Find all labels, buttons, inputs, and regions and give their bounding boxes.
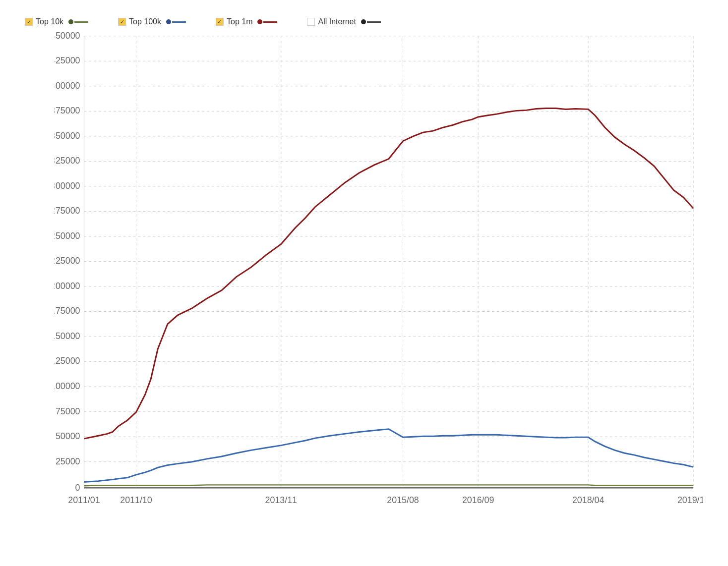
top1m-line — [84, 108, 693, 439]
top1m-dot — [257, 19, 262, 24]
svg-text:2011/01: 2011/01 — [68, 495, 100, 505]
top10k-label: Top 10k — [36, 17, 63, 26]
svg-text:2018/04: 2018/04 — [572, 495, 605, 505]
svg-text:300000: 300000 — [55, 181, 80, 191]
top1m-checkbox[interactable]: ✓ — [216, 18, 224, 26]
svg-text:2015/08: 2015/08 — [387, 495, 419, 505]
all-internet-dot — [361, 19, 366, 24]
legend-item-top10k[interactable]: ✓ Top 10k — [25, 17, 88, 26]
svg-text:400000: 400000 — [55, 81, 80, 91]
svg-text:2019/10: 2019/10 — [677, 495, 703, 505]
top10k-dash — [74, 21, 88, 23]
svg-text:100000: 100000 — [55, 381, 80, 391]
svg-text:450000: 450000 — [55, 31, 80, 41]
svg-text:250000: 250000 — [55, 231, 80, 241]
svg-text:225000: 225000 — [55, 256, 80, 266]
chart-container: ✓ Top 10k ✓ Top 100k ✓ Top 1m — [0, 0, 728, 566]
svg-text:150000: 150000 — [55, 331, 80, 341]
legend-item-top100k[interactable]: ✓ Top 100k — [118, 17, 186, 26]
svg-text:350000: 350000 — [55, 131, 80, 141]
svg-text:325000: 325000 — [55, 156, 80, 166]
svg-text:75000: 75000 — [56, 406, 80, 416]
legend: ✓ Top 10k ✓ Top 100k ✓ Top 1m — [10, 10, 718, 31]
top100k-line-indicator — [166, 19, 186, 24]
top100k-checkbox[interactable]: ✓ — [118, 18, 126, 26]
svg-text:200000: 200000 — [55, 281, 80, 291]
main-chart-svg: 450000 425000 400000 375000 350000 32500… — [55, 31, 703, 508]
svg-text:2016/09: 2016/09 — [462, 495, 494, 505]
legend-item-all-internet[interactable]: All Internet — [307, 17, 380, 26]
top10k-checkbox[interactable]: ✓ — [25, 18, 33, 26]
svg-text:425000: 425000 — [55, 56, 80, 65]
all-internet-line-indicator — [361, 19, 381, 24]
svg-text:375000: 375000 — [55, 106, 80, 115]
svg-text:0: 0 — [75, 483, 80, 493]
all-internet-dash — [367, 21, 381, 23]
svg-text:25000: 25000 — [56, 456, 80, 466]
all-internet-label: All Internet — [318, 17, 356, 26]
top100k-dash — [172, 21, 186, 23]
top100k-label: Top 100k — [129, 17, 161, 26]
svg-text:275000: 275000 — [55, 206, 80, 216]
top10k-line-indicator — [68, 19, 88, 24]
top1m-dash — [263, 21, 277, 23]
top1m-line-indicator — [257, 19, 277, 24]
top100k-dot — [166, 19, 171, 24]
top1m-label: Top 1m — [227, 17, 252, 26]
svg-text:175000: 175000 — [55, 306, 80, 316]
legend-item-top1m[interactable]: ✓ Top 1m — [216, 17, 277, 26]
top10k-line — [84, 485, 693, 486]
all-internet-checkbox[interactable] — [307, 18, 315, 26]
svg-text:2011/10: 2011/10 — [120, 495, 152, 505]
svg-text:2013/11: 2013/11 — [265, 495, 297, 505]
svg-text:50000: 50000 — [56, 431, 80, 441]
chart-area: 450000 425000 400000 375000 350000 32500… — [55, 31, 703, 508]
svg-text:125000: 125000 — [55, 356, 80, 366]
top10k-dot — [68, 19, 73, 24]
